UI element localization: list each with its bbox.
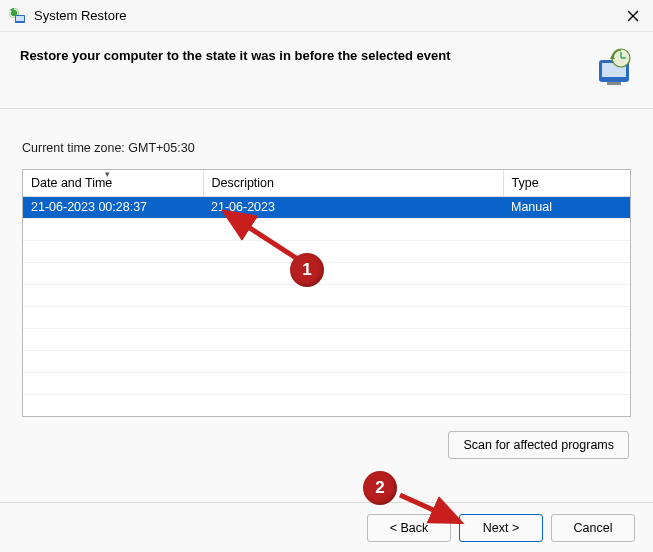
titlebar: System Restore (0, 0, 653, 32)
window-title: System Restore (34, 8, 613, 23)
table-row[interactable]: 21-06-2023 00:28:37 21-06-2023 Manual (23, 196, 630, 218)
column-date-label: Date and Time (31, 176, 112, 190)
column-description-label: Description (212, 176, 275, 190)
column-type-label: Type (512, 176, 539, 190)
restore-clock-icon (591, 46, 633, 88)
column-date[interactable]: Date and Time ▾ (23, 170, 203, 196)
table-row[interactable] (23, 240, 630, 262)
table-row[interactable] (23, 350, 630, 372)
back-button[interactable]: < Back (367, 514, 451, 542)
svg-rect-3 (16, 16, 24, 21)
table-row[interactable] (23, 328, 630, 350)
dialog-content: Current time zone: GMT+05:30 Date and Ti… (0, 109, 653, 469)
table-row[interactable] (23, 306, 630, 328)
column-type[interactable]: Type (503, 170, 630, 196)
column-description[interactable]: Description (203, 170, 503, 196)
scan-affected-programs-button[interactable]: Scan for affected programs (448, 431, 629, 459)
cell-date: 21-06-2023 00:28:37 (23, 196, 203, 218)
table-row[interactable] (23, 394, 630, 416)
table-row[interactable] (23, 218, 630, 240)
restore-points-table: Date and Time ▾ Description Type 21-06-2… (22, 169, 631, 417)
cell-type: Manual (503, 196, 630, 218)
dialog-footer: < Back Next > Cancel (0, 502, 653, 552)
cell-desc: 21-06-2023 (203, 196, 503, 218)
close-icon (627, 10, 639, 22)
cancel-button[interactable]: Cancel (551, 514, 635, 542)
close-button[interactable] (613, 0, 653, 32)
table-row[interactable] (23, 284, 630, 306)
dialog-header: Restore your computer to the state it wa… (0, 32, 653, 109)
timezone-label: Current time zone: GMT+05:30 (22, 141, 631, 155)
sort-indicator-icon: ▾ (105, 169, 110, 179)
annotation-badge-2: 2 (363, 471, 397, 505)
table-row[interactable] (23, 262, 630, 284)
svg-rect-8 (607, 82, 621, 85)
table-row[interactable] (23, 372, 630, 394)
dialog-headline: Restore your computer to the state it wa… (20, 48, 451, 63)
next-button[interactable]: Next > (459, 514, 543, 542)
system-restore-icon (8, 7, 26, 25)
